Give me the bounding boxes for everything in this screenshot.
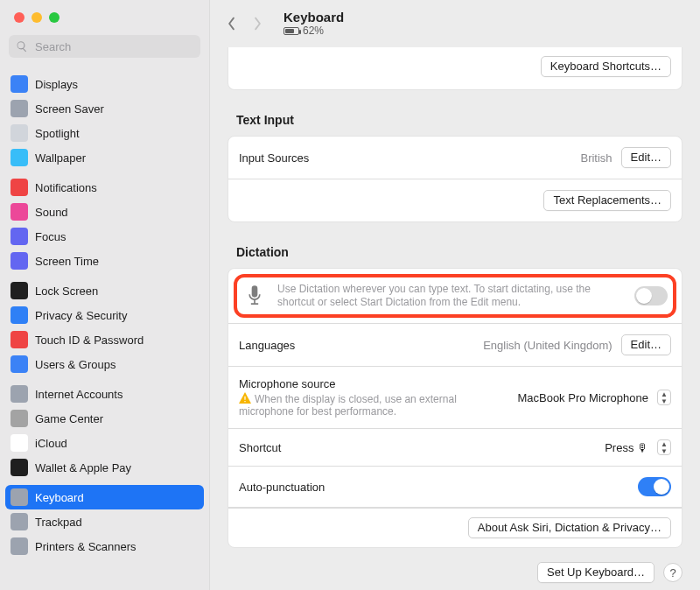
settings-window: DisplaysScreen SaverSpotlightWallpaperNo… <box>0 0 700 590</box>
battery-subtitle: 62% <box>284 25 344 37</box>
sidebar-item-users-groups[interactable]: Users & Groups <box>5 352 204 376</box>
sidebar-item-label: Privacy & Security <box>35 309 127 322</box>
languages-row: Languages English (United Kingdom) Edit… <box>228 324 682 367</box>
toolbar: Keyboard 62% <box>210 0 700 47</box>
back-button[interactable] <box>222 15 240 32</box>
shortcut-stepper[interactable]: ▲▼ <box>657 439 671 455</box>
window-controls <box>0 0 209 32</box>
sidebar-item-label: Screen Time <box>35 255 99 268</box>
warning-icon <box>239 392 251 404</box>
sidebar-item-printers-scanners[interactable]: Printers & Scanners <box>5 534 204 558</box>
languages-label: Languages <box>239 339 472 352</box>
input-sources-row: Input Sources British Edit… <box>228 137 682 179</box>
maximize-window-button[interactable] <box>49 12 60 23</box>
sidebar-item-label: Focus <box>35 230 66 243</box>
sidebar-item-label: Lock Screen <box>35 284 98 298</box>
input-sources-label: Input Sources <box>239 151 570 165</box>
sidebar-item-label: Wallpaper <box>35 151 86 165</box>
dictation-description: Use Dictation wherever you can type text… <box>277 283 624 309</box>
keyboard-shortcuts-button[interactable]: Keyboard Shortcuts… <box>541 56 671 77</box>
sidebar-item-label: Displays <box>35 78 78 91</box>
about-privacy-button[interactable]: About Ask Siri, Dictation & Privacy… <box>468 517 671 538</box>
dictation-highlight: Use Dictation wherever you can type text… <box>234 274 676 318</box>
auto-punctuation-row: Auto-punctuation <box>228 467 682 508</box>
help-button[interactable]: ? <box>663 563 682 582</box>
sidebar-item-wallpaper[interactable]: Wallpaper <box>5 145 204 170</box>
dictation-toggle[interactable] <box>634 286 668 306</box>
shortcut-label: Shortcut <box>239 441 594 454</box>
internet-accounts-icon <box>10 385 28 403</box>
sidebar-item-keyboard[interactable]: Keyboard <box>5 485 204 509</box>
input-sources-value: British <box>580 151 612 165</box>
icloud-icon <box>10 434 28 452</box>
sidebar-item-label: Printers & Scanners <box>35 540 136 553</box>
footer: Set Up Keyboard… ? <box>228 562 682 583</box>
microphone-source-label: Microphone source <box>239 377 507 390</box>
sidebar-item-lock-screen[interactable]: Lock Screen <box>5 278 204 303</box>
screen-time-icon <box>10 252 28 270</box>
spotlight-icon <box>10 124 28 142</box>
sidebar-item-label: Spotlight <box>35 127 80 140</box>
sidebar-item-icloud[interactable]: iCloud <box>5 431 204 455</box>
auto-punctuation-toggle[interactable] <box>638 477 671 496</box>
sidebar-item-label: Game Center <box>35 412 103 425</box>
microphone-source-stepper[interactable]: ▲▼ <box>657 390 671 405</box>
microphone-source-warning: When the display is closed, use an exter… <box>239 392 507 418</box>
sidebar-item-notifications[interactable]: Notifications <box>5 175 204 200</box>
page-title: Keyboard <box>284 10 344 25</box>
dictation-group: Use Dictation wherever you can type text… <box>228 268 682 548</box>
search-icon <box>16 40 28 53</box>
main-panel: Keyboard 62% Keyboard Shortcuts… Text In… <box>210 0 700 590</box>
microphone-icon <box>242 284 267 308</box>
printers-scanners-icon <box>10 537 28 555</box>
minimize-window-button[interactable] <box>32 12 42 23</box>
sidebar-item-internet-accounts[interactable]: Internet Accounts <box>5 382 204 406</box>
sidebar-item-label: Wallet & Apple Pay <box>35 461 131 474</box>
sidebar-item-displays[interactable]: Displays <box>5 72 204 96</box>
sidebar-item-label: Screen Saver <box>35 102 104 116</box>
sidebar-item-privacy-security[interactable]: Privacy & Security <box>5 303 204 327</box>
sidebar-item-label: Trackpad <box>35 516 82 529</box>
forward-button[interactable] <box>248 15 266 32</box>
sidebar-item-label: Internet Accounts <box>35 388 122 401</box>
text-replacements-row: Text Replacements… <box>228 179 682 221</box>
sidebar-item-screen-time[interactable]: Screen Time <box>5 249 204 273</box>
notifications-icon <box>10 179 28 196</box>
wallet-apple-pay-icon <box>10 459 28 476</box>
edit-input-sources-button[interactable]: Edit… <box>621 147 671 168</box>
microphone-source-row: Microphone source When the display is cl… <box>228 367 682 429</box>
text-replacements-button[interactable]: Text Replacements… <box>543 190 671 211</box>
trackpad-icon <box>10 513 28 530</box>
close-window-button[interactable] <box>14 12 24 23</box>
section-title-text-input: Text Input <box>236 113 682 127</box>
sidebar-item-sound[interactable]: Sound <box>5 200 204 224</box>
languages-value: English (United Kingdom) <box>483 339 612 352</box>
sidebar-item-screen-saver[interactable]: Screen Saver <box>5 96 204 121</box>
sidebar-item-wallet-apple-pay[interactable]: Wallet & Apple Pay <box>5 455 204 480</box>
sidebar-item-game-center[interactable]: Game Center <box>5 406 204 431</box>
sidebar-item-label: Sound <box>35 206 68 219</box>
search-field[interactable] <box>9 35 200 58</box>
privacy-security-icon <box>10 306 28 324</box>
setup-keyboard-button[interactable]: Set Up Keyboard… <box>537 562 654 583</box>
screen-saver-icon <box>10 100 28 117</box>
sidebar-item-spotlight[interactable]: Spotlight <box>5 121 204 145</box>
text-input-group: Input Sources British Edit… Text Replace… <box>228 136 682 222</box>
sidebar-item-trackpad[interactable]: Trackpad <box>5 509 204 534</box>
wallpaper-icon <box>10 149 28 166</box>
sidebar-list: DisplaysScreen SaverSpotlightWallpaperNo… <box>0 67 209 590</box>
game-center-icon <box>10 410 28 427</box>
sidebar-item-focus[interactable]: Focus <box>5 224 204 249</box>
search-input[interactable] <box>33 39 193 54</box>
microphone-source-value: MacBook Pro Microphone <box>517 391 648 404</box>
dictation-toggle-row: Use Dictation wherever you can type text… <box>228 269 682 324</box>
edit-languages-button[interactable]: Edit… <box>621 334 671 355</box>
sidebar-item-touch-id-password[interactable]: Touch ID & Password <box>5 327 204 352</box>
focus-icon <box>10 228 28 245</box>
sidebar-item-label: iCloud <box>35 437 67 450</box>
touch-id-password-icon <box>10 331 28 348</box>
lock-screen-icon <box>10 282 28 299</box>
sidebar-item-label: Keyboard <box>35 491 84 504</box>
sidebar-item-label: Users & Groups <box>35 358 116 371</box>
users-groups-icon <box>10 355 28 373</box>
